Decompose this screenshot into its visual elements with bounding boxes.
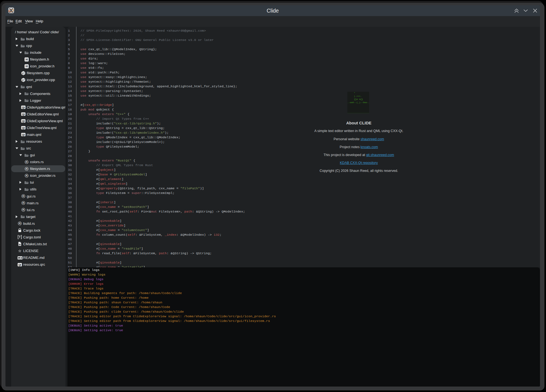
svg-text:Qt: Qt: [22, 133, 25, 136]
svg-text:H: H: [26, 58, 28, 61]
svg-text:R: R: [22, 195, 24, 198]
svg-text:R: R: [26, 174, 28, 177]
svg-text:Qt: Qt: [18, 263, 21, 266]
svg-text:Qt: Qt: [22, 119, 25, 122]
svg-text:R: R: [26, 161, 28, 163]
svg-text:Qt: Qt: [22, 126, 25, 129]
svg-text:C: C: [22, 72, 24, 75]
svg-text:R: R: [22, 209, 24, 211]
svg-text:Qt: Qt: [22, 106, 25, 109]
svg-text:Qt: Qt: [22, 113, 25, 116]
svg-text:R: R: [19, 222, 21, 225]
svg-text:H: H: [26, 65, 28, 68]
svg-text:C: C: [22, 79, 24, 82]
svg-text:R: R: [26, 167, 28, 170]
svg-text:R: R: [22, 202, 24, 204]
